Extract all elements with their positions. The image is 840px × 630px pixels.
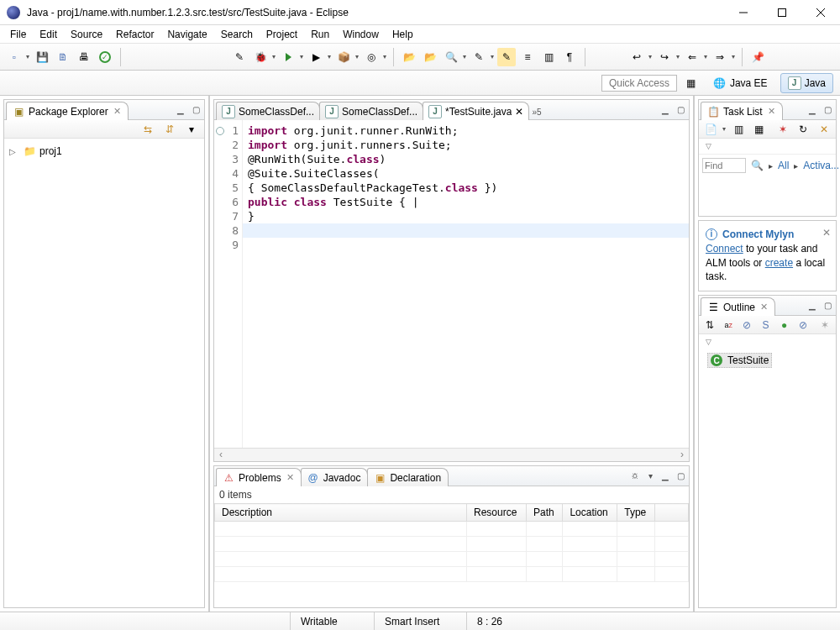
expand-icon[interactable]: ▷: [9, 147, 19, 156]
mylyn-create-link[interactable]: create: [765, 257, 793, 269]
col-type[interactable]: Type: [617, 504, 655, 522]
search-button[interactable]: 🔍: [442, 48, 460, 66]
collapse-icon[interactable]: ▽: [702, 140, 714, 152]
col-resource[interactable]: Resource: [467, 504, 527, 522]
minimize-view-button[interactable]: ▁: [806, 102, 819, 116]
debug-wand-button[interactable]: ✎: [230, 48, 249, 66]
search-icon[interactable]: 🔍: [751, 159, 764, 172]
sort-az-button[interactable]: az: [721, 316, 736, 334]
dropdown-icon[interactable]: ▾: [381, 53, 387, 60]
view-filter-button[interactable]: ⛭: [628, 469, 642, 482]
minimize-view-button[interactable]: ▁: [806, 298, 819, 312]
expand-icon[interactable]: ▸: [769, 161, 773, 171]
hide-nonpublic-button[interactable]: ●: [777, 316, 792, 334]
toggle-block-button[interactable]: ▥: [539, 48, 558, 66]
tree-item-project[interactable]: ▷ 📁 proj1: [9, 144, 199, 159]
new-package-button[interactable]: 📦: [334, 48, 353, 66]
editor-tab[interactable]: J SomeClassDef...: [216, 102, 320, 120]
outline-item[interactable]: C TestSuite: [707, 353, 772, 368]
debug-button[interactable]: 🐞: [251, 48, 270, 66]
toggle-breadcrumb-button[interactable]: ≡: [518, 48, 537, 66]
hide-fields-button[interactable]: ⊘: [739, 316, 754, 334]
tab-overflow-button[interactable]: »5: [528, 105, 544, 119]
nav-next-button[interactable]: ↪: [655, 48, 674, 66]
menu-project[interactable]: Project: [260, 27, 304, 42]
categorize-button[interactable]: ▥: [730, 120, 747, 139]
editor-tab[interactable]: J *TestSuite.java ✕: [423, 102, 529, 120]
tab-javadoc[interactable]: @ Javadoc: [301, 468, 369, 486]
annotate-button[interactable]: ✎: [470, 48, 488, 66]
dropdown-icon[interactable]: ▾: [354, 53, 360, 60]
close-icon[interactable]: ✕: [760, 302, 768, 312]
mylyn-connect-link[interactable]: Connect: [706, 243, 743, 255]
print-button[interactable]: 🖶: [75, 48, 93, 66]
dropdown-icon[interactable]: ▾: [702, 53, 708, 60]
dropdown-icon[interactable]: ▾: [647, 53, 653, 60]
close-icon[interactable]: ✕: [822, 226, 831, 240]
hide-static-button[interactable]: S: [758, 316, 773, 334]
code-editor[interactable]: 123456789 import org.junit.runner.RunWit…: [214, 120, 689, 448]
task-activate-link[interactable]: Activa...: [803, 160, 839, 171]
maximize-view-button[interactable]: ▢: [674, 102, 687, 116]
col-path[interactable]: Path: [527, 504, 563, 522]
close-icon[interactable]: ✕: [515, 106, 523, 118]
dropdown-icon[interactable]: ▾: [270, 53, 276, 60]
quick-access-input[interactable]: Quick Access: [601, 75, 677, 92]
menu-window[interactable]: Window: [336, 27, 386, 42]
close-icon[interactable]: ✕: [286, 472, 294, 483]
menu-refactor[interactable]: Refactor: [109, 27, 160, 42]
collapse-icon[interactable]: ▽: [702, 336, 714, 348]
new-button[interactable]: ▫: [5, 48, 24, 66]
tab-declaration[interactable]: ▣ Declaration: [367, 468, 449, 486]
menu-search[interactable]: Search: [214, 27, 260, 42]
dropdown-icon[interactable]: ▾: [721, 125, 727, 133]
schedule-button[interactable]: ▦: [750, 120, 767, 139]
task-all-link[interactable]: All: [778, 160, 789, 171]
view-menu-button[interactable]: ▾: [643, 469, 657, 482]
tab-task-list[interactable]: 📋 Task List ✕: [701, 102, 783, 120]
perspective-java-ee[interactable]: 🌐 Java EE: [706, 73, 775, 93]
maximize-view-button[interactable]: ▢: [674, 469, 687, 482]
dropdown-icon[interactable]: ▾: [326, 53, 332, 60]
coverage-button[interactable]: ▶: [307, 48, 325, 66]
show-whitespace-button[interactable]: ¶: [560, 48, 579, 66]
dropdown-icon[interactable]: ▾: [298, 53, 304, 60]
close-icon[interactable]: ✕: [768, 106, 775, 117]
minimize-view-button[interactable]: ▁: [659, 102, 672, 116]
minimize-button[interactable]: [724, 0, 763, 25]
nav-last-edit-button[interactable]: ↩: [627, 48, 646, 66]
dropdown-icon[interactable]: ▾: [24, 53, 30, 60]
task-find-input[interactable]: [702, 158, 746, 173]
problems-table[interactable]: Description Resource Path Location Type: [214, 503, 689, 582]
tab-package-explorer[interactable]: ▣ Package Explorer ✕: [6, 102, 129, 120]
sort-button[interactable]: ⇅: [702, 316, 717, 334]
tab-outline[interactable]: ☰ Outline ✕: [701, 297, 775, 316]
editor-tab[interactable]: J SomeClassDef...: [319, 102, 423, 120]
save-button[interactable]: 💾: [33, 48, 51, 66]
build-clean-button[interactable]: ✓: [96, 48, 114, 66]
perspective-java[interactable]: J Java: [780, 73, 833, 93]
focus-task-button[interactable]: ✶: [774, 120, 791, 139]
open-type-button[interactable]: 📂: [400, 48, 418, 66]
nav-forward-button[interactable]: ⇒: [711, 48, 729, 66]
expand-icon[interactable]: ▸: [794, 161, 798, 171]
minimize-view-button[interactable]: ▁: [659, 469, 672, 482]
dropdown-icon[interactable]: ▾: [730, 53, 736, 60]
dropdown-icon[interactable]: ▾: [489, 53, 495, 60]
maximize-view-button[interactable]: ▢: [189, 102, 202, 116]
link-editor-button[interactable]: ⇵: [160, 120, 179, 139]
tab-problems[interactable]: ⚠ Problems ✕: [216, 468, 302, 486]
menu-help[interactable]: Help: [386, 27, 420, 42]
run-button[interactable]: [279, 48, 297, 66]
open-task-button[interactable]: 📂: [421, 48, 439, 66]
pin-editor-button[interactable]: 📌: [748, 48, 767, 66]
save-all-button[interactable]: 🗎: [54, 48, 72, 66]
close-icon[interactable]: ✕: [113, 106, 121, 117]
menu-navigate[interactable]: Navigate: [160, 27, 213, 42]
horizontal-scrollbar[interactable]: [214, 448, 689, 461]
menu-file[interactable]: File: [3, 27, 33, 42]
close-button[interactable]: [801, 0, 840, 25]
dropdown-icon[interactable]: ▾: [461, 53, 467, 60]
new-task-button[interactable]: 📄: [702, 120, 719, 139]
open-perspective-button[interactable]: ▦: [682, 74, 701, 92]
